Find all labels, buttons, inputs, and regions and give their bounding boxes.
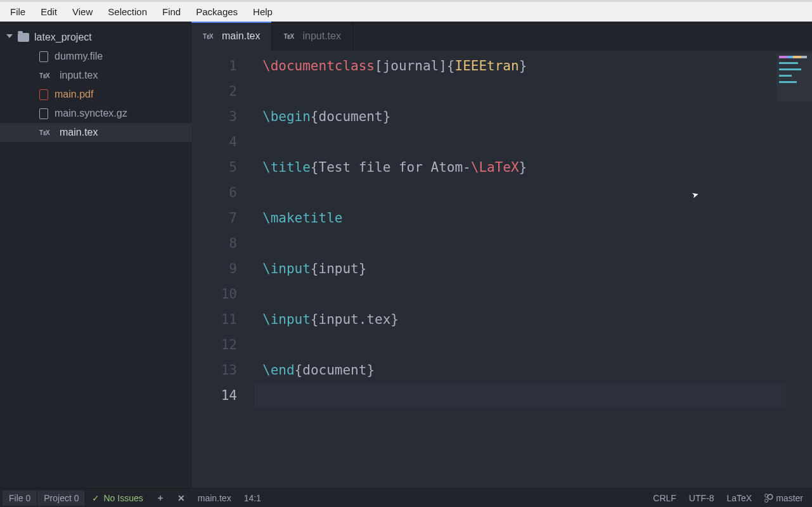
- tree-file-main-synctex-gz[interactable]: main.synctex.gz: [0, 104, 191, 123]
- editor-pane: TᴇXmain.texTᴇXinput.tex 1234567891011121…: [191, 22, 812, 488]
- git-branch-icon: [764, 494, 772, 503]
- line-number: 1: [191, 53, 237, 79]
- tab-label: main.tex: [222, 30, 260, 42]
- workspace: latex_project dummy.fileTᴇXinput.texmain…: [0, 22, 812, 488]
- file-label: main.synctex.gz: [55, 108, 127, 119]
- status-grammar[interactable]: LaTeX: [721, 491, 759, 506]
- tree-file-dummy-file[interactable]: dummy.file: [0, 47, 191, 66]
- menu-view[interactable]: View: [65, 3, 100, 21]
- code-line: \input{input}: [262, 256, 812, 281]
- line-number: 14: [191, 383, 237, 408]
- code-line: [262, 231, 812, 256]
- status-add-button[interactable]: ＋: [150, 490, 171, 506]
- code-line: [262, 180, 812, 205]
- code-line: \documentclass[journal]{IEEEtran}: [262, 53, 812, 79]
- code-line: \maketitle: [262, 205, 812, 231]
- line-number: 5: [191, 155, 237, 180]
- menu-file[interactable]: File: [3, 3, 33, 21]
- chevron-down-icon: [6, 34, 13, 41]
- file-label: main.tex: [60, 127, 98, 138]
- code-line: [262, 281, 812, 307]
- tex-icon: TᴇX: [39, 72, 53, 79]
- line-number: 6: [191, 180, 237, 205]
- file-label: main.pdf: [55, 89, 93, 100]
- menu-bar: FileEditViewSelectionFindPackagesHelp: [0, 0, 812, 22]
- status-file-diff[interactable]: File 0: [3, 491, 37, 506]
- line-number: 9: [191, 256, 237, 281]
- status-encoding[interactable]: UTF-8: [683, 491, 721, 506]
- code-line: [262, 332, 812, 357]
- editor-body[interactable]: 1234567891011121314 \documentclass[journ…: [191, 51, 812, 488]
- tree-file-main-tex[interactable]: TᴇXmain.tex: [0, 123, 191, 142]
- file-label: input.tex: [60, 70, 98, 81]
- code-line: \begin{document}: [262, 104, 812, 129]
- tree-file-input-tex[interactable]: TᴇXinput.tex: [0, 66, 191, 85]
- menu-selection[interactable]: Selection: [100, 3, 155, 21]
- tex-icon: TᴇX: [203, 33, 217, 40]
- code-line: [262, 79, 812, 104]
- menu-find[interactable]: Find: [155, 3, 188, 21]
- archive-icon: [39, 108, 48, 119]
- tex-icon: TᴇX: [39, 129, 53, 136]
- tree-root-folder[interactable]: latex_project: [0, 28, 191, 47]
- code-line: \end{document}: [262, 357, 812, 383]
- code-line: [262, 129, 812, 155]
- tree-file-main-pdf[interactable]: main.pdf: [0, 85, 191, 104]
- root-folder-label: latex_project: [34, 32, 92, 43]
- tab-bar: TᴇXmain.texTᴇXinput.tex: [191, 22, 812, 51]
- x-icon: ✕: [177, 493, 185, 503]
- status-project-diff[interactable]: Project 0: [37, 491, 86, 506]
- cursor-line-highlight: [255, 383, 785, 408]
- minimap[interactable]: [777, 53, 812, 101]
- line-number: 7: [191, 205, 237, 231]
- tex-icon: TᴇX: [283, 33, 297, 40]
- status-git-branch[interactable]: master: [758, 491, 809, 506]
- status-eol[interactable]: CRLF: [647, 491, 683, 506]
- line-number: 13: [191, 357, 237, 383]
- line-number: 10: [191, 281, 237, 307]
- tab-label: input.tex: [302, 30, 340, 42]
- pdf-icon: [39, 89, 48, 100]
- status-cursor-position[interactable]: 14:1: [238, 491, 267, 506]
- code-line: \title{Test file for Atom-\LaTeX}: [262, 155, 812, 180]
- status-bar: File 0 Project 0 ✓ No Issues ＋ ✕ main.te…: [0, 488, 812, 507]
- plus-icon: ＋: [156, 492, 165, 504]
- line-number: 11: [191, 307, 237, 332]
- folder-icon: [18, 33, 29, 42]
- line-number: 12: [191, 332, 237, 357]
- tab-main-tex[interactable]: TᴇXmain.tex: [191, 22, 272, 51]
- line-number: 8: [191, 231, 237, 256]
- line-number: 3: [191, 104, 237, 129]
- line-number-gutter: 1234567891011121314: [191, 51, 255, 488]
- file-tree-sidebar: latex_project dummy.fileTᴇXinput.texmain…: [0, 22, 191, 488]
- file-label: dummy.file: [55, 51, 103, 62]
- check-icon: ✓: [92, 493, 100, 503]
- status-no-issues[interactable]: ✓ No Issues: [86, 491, 149, 506]
- line-number: 2: [191, 79, 237, 104]
- tab-input-tex[interactable]: TᴇXinput.tex: [272, 22, 352, 51]
- menu-edit[interactable]: Edit: [33, 3, 65, 21]
- status-filename[interactable]: main.tex: [191, 491, 238, 506]
- status-close-button[interactable]: ✕: [171, 491, 191, 506]
- line-number: 4: [191, 129, 237, 155]
- menu-help[interactable]: Help: [245, 3, 280, 21]
- code-area[interactable]: \documentclass[journal]{IEEEtran}\begin{…: [255, 51, 812, 488]
- file-icon: [39, 51, 48, 62]
- code-line: \input{input.tex}: [262, 307, 812, 332]
- menu-packages[interactable]: Packages: [188, 3, 245, 21]
